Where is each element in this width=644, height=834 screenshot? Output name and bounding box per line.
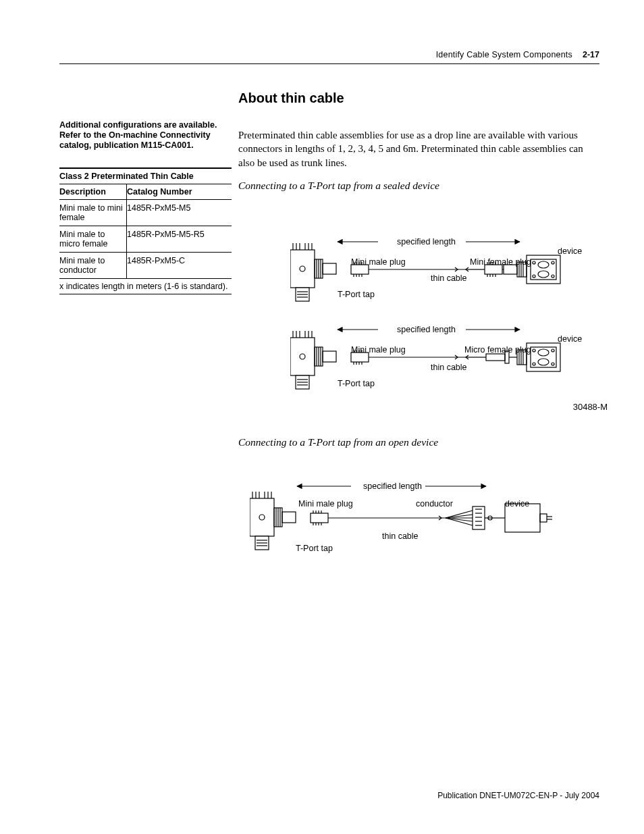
label-mini-male: Mini male plug	[351, 257, 406, 267]
publication-footer: Publication DNET-UM072C-EN-P - July 2004	[437, 791, 599, 800]
label-mini-female: Mini female plug	[470, 257, 531, 267]
svg-point-44	[552, 275, 554, 278]
label-thin-cable: thin cable	[382, 531, 419, 541]
label-device: device	[558, 246, 582, 256]
label-thin-cable: thin cable	[431, 273, 467, 283]
svg-rect-130	[473, 506, 485, 529]
svg-point-88	[552, 349, 554, 352]
svg-rect-139	[540, 514, 547, 522]
label-mini-male: Mini male plug	[351, 345, 406, 355]
svg-rect-98	[250, 498, 274, 536]
table-row: Mini male to micro female 1485R-PxM5-M5-…	[59, 226, 232, 253]
side-note: Additional configurations are available.…	[59, 120, 228, 150]
svg-rect-84	[531, 347, 556, 367]
cell-description: Mini male to micro female	[59, 226, 127, 252]
label-specified-length: specified length	[397, 325, 456, 334]
svg-rect-53	[290, 338, 315, 375]
svg-rect-115	[311, 513, 328, 523]
label-tport: T-Port tap	[296, 544, 333, 553]
cell-catalog: 1485R-PxM5-C	[127, 253, 232, 278]
svg-point-86	[538, 359, 549, 365]
cell-description: Mini male to conductor	[59, 253, 127, 278]
cable-table: Class 2 Preterminated Thin Cable Descrip…	[59, 167, 232, 294]
svg-line-125	[446, 511, 473, 518]
figure-caption: 30488-M	[573, 402, 608, 412]
label-device: device	[505, 499, 529, 509]
label-tport: T-Port tap	[338, 290, 375, 299]
svg-point-40	[538, 271, 549, 278]
svg-rect-80	[486, 354, 505, 361]
svg-point-41	[533, 261, 535, 264]
svg-line-129	[446, 518, 473, 525]
label-tport: T-Port tap	[338, 379, 375, 388]
running-header-title: Identify Cable System Components	[436, 50, 572, 59]
svg-point-85	[538, 349, 549, 356]
label-thin-cable: thin cable	[431, 363, 467, 372]
svg-point-87	[533, 349, 535, 352]
body-paragraph: Preterminated thin cable assemblies for …	[238, 128, 596, 170]
figure-sealed-device: specified length Mini male plug Mini fem…	[290, 216, 601, 412]
svg-rect-69	[323, 351, 336, 362]
section-title: About thin cable	[238, 90, 344, 106]
svg-line-128	[446, 518, 473, 521]
svg-line-126	[446, 515, 473, 518]
label-mini-male: Mini male plug	[298, 499, 353, 509]
table-row: Mini male to conductor 1485R-PxM5-C	[59, 253, 232, 279]
subheading-open: Connecting to a T-Port tap from an open …	[238, 436, 438, 448]
table-head-description: Description	[59, 184, 127, 199]
svg-point-90	[552, 363, 554, 365]
table-footnote: x indicates length in meters (1-6 is sta…	[59, 279, 232, 294]
label-specified-length: specified length	[363, 481, 422, 491]
table-row: Mini male to mini female 1485R-PxM5-M5	[59, 200, 232, 226]
cell-catalog: 1485R-PxM5-M5-R5	[127, 226, 232, 252]
page-number: 2-17	[583, 50, 599, 59]
subheading-sealed: Connecting to a T-Port tap from a sealed…	[238, 180, 439, 192]
svg-point-43	[533, 275, 535, 278]
label-specified-length: specified length	[397, 237, 456, 246]
figure-open-device: specified length Mini male plug conducto…	[250, 466, 574, 567]
svg-point-89	[533, 363, 535, 365]
table-head-catalog: Catalog Number	[127, 184, 232, 199]
label-conductor: conductor	[416, 499, 453, 509]
cell-description: Mini male to mini female	[59, 200, 127, 226]
svg-point-42	[552, 261, 554, 264]
svg-rect-38	[531, 259, 556, 280]
label-device: device	[558, 334, 582, 344]
table-title: Class 2 Preterminated Thin Cable	[59, 167, 232, 184]
svg-rect-0	[290, 250, 315, 288]
svg-rect-16	[323, 263, 336, 274]
cell-catalog: 1485R-PxM5-M5	[127, 200, 232, 226]
svg-point-39	[538, 261, 549, 268]
label-micro-female: Micro female plug	[464, 345, 531, 355]
svg-rect-114	[282, 512, 296, 523]
